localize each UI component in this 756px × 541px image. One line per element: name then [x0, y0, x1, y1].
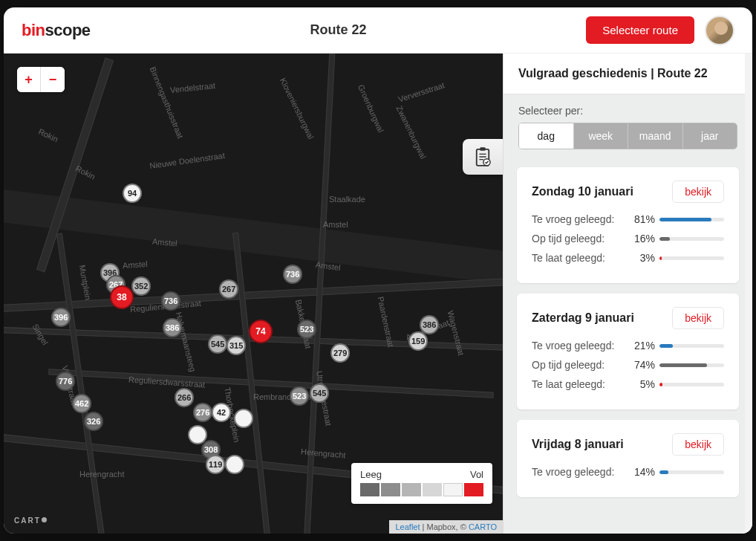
- avatar[interactable]: [705, 16, 734, 45]
- map-marker[interactable]: 94: [123, 184, 142, 203]
- scrollbar[interactable]: [745, 54, 752, 534]
- clipboard-check-icon: [475, 147, 491, 166]
- day-title: Zaterdag 9 januari: [532, 311, 634, 325]
- metric-value: 74%: [625, 359, 655, 371]
- legend-empty-label: Leeg: [360, 469, 382, 480]
- page-title: Route 22: [310, 22, 366, 38]
- street-label: Zwanenburgwal: [394, 104, 428, 160]
- metric-value: 21%: [625, 340, 655, 352]
- zoom-control: + −: [17, 67, 65, 92]
- segment-maand[interactable]: maand: [628, 123, 683, 149]
- day-title: Vrijdag 8 januari: [532, 438, 624, 451]
- street-label: Herengracht: [79, 470, 125, 479]
- view-button[interactable]: bekijk: [672, 181, 724, 203]
- clipboard-button[interactable]: [463, 139, 503, 175]
- filter-label: Selecteer per:: [518, 105, 737, 117]
- map-marker[interactable]: 279: [330, 343, 350, 363]
- metric-value: 81%: [625, 213, 655, 225]
- metric-value: 3%: [625, 252, 655, 264]
- street-label: Muntplein: [78, 264, 93, 300]
- map-marker[interactable]: 266: [175, 388, 194, 407]
- map-marker[interactable]: 326: [84, 412, 103, 431]
- metric-bar: [659, 363, 724, 367]
- metric-value: 16%: [625, 233, 655, 244]
- map-marker[interactable]: 74: [249, 320, 273, 343]
- map-marker[interactable]: 276: [193, 403, 212, 422]
- metric-label: Te vroeg geleegd:: [532, 466, 621, 478]
- svg-rect-1: [480, 147, 485, 151]
- map-marker[interactable]: 523: [290, 386, 309, 406]
- street-label: Verversstraat: [397, 80, 446, 103]
- map-marker[interactable]: 736: [283, 265, 302, 284]
- map-marker[interactable]: 396: [51, 308, 71, 327]
- day-card: Vrijdag 8 januaribekijkTe vroeg geleegd:…: [517, 420, 739, 497]
- street-label: Vendelstraat: [170, 81, 216, 94]
- street-label: Rokin: [74, 163, 97, 181]
- view-button[interactable]: bekijk: [672, 433, 724, 456]
- logo: binscope: [22, 21, 91, 40]
- street-label: Nieuwe Doelenstraat: [149, 151, 226, 170]
- map[interactable]: Rokin Rokin Amstel Amstel Amstel Amstel …: [4, 54, 503, 534]
- legend-full-label: Vol: [470, 469, 483, 480]
- day-card: Zondag 10 januaribekijkTe vroeg geleegd:…: [517, 167, 739, 283]
- street-label: Kloveniersburgwal: [278, 77, 316, 140]
- metric-label: Te vroeg geleegd:: [532, 213, 621, 225]
- day-title: Zondag 10 januari: [532, 185, 633, 198]
- street-label: Amstel: [123, 259, 148, 270]
- segment-week[interactable]: week: [574, 123, 629, 149]
- metric-bar: [659, 218, 724, 221]
- map-marker[interactable]: [225, 455, 244, 474]
- street-label: Binnengasthuisstraat: [149, 65, 186, 140]
- zoom-in-button[interactable]: +: [17, 67, 41, 92]
- metric-label: Op tijd geleegd:: [532, 359, 621, 371]
- street-label: Rokin: [37, 127, 60, 144]
- metric-label: Op tijd geleegd:: [532, 233, 621, 244]
- map-marker[interactable]: 386: [420, 315, 439, 334]
- street-label: Staalkade: [329, 195, 365, 204]
- day-card: Zaterdag 9 januaribekijkTe vroeg geleegd…: [517, 294, 739, 409]
- map-legend: Leeg Vol: [351, 463, 492, 504]
- map-marker[interactable]: 119: [206, 455, 225, 474]
- metric-bar: [659, 256, 724, 260]
- carto-logo: CART: [14, 516, 48, 525]
- map-attribution: Leaflet | Mapbox, © CARTO: [389, 520, 503, 534]
- leaflet-link[interactable]: Leaflet: [395, 522, 420, 531]
- metric-label: Te laat geleegd:: [532, 252, 621, 264]
- sidebar: Vulgraad geschiedenis | Route 22 Selecte…: [503, 54, 752, 534]
- map-marker[interactable]: 352: [131, 276, 151, 296]
- zoom-out-button[interactable]: −: [41, 67, 65, 92]
- select-route-button[interactable]: Selecteer route: [586, 16, 694, 44]
- segment-control: dag week maand jaar: [518, 123, 737, 149]
- metric-bar: [659, 344, 724, 348]
- metric-bar: [659, 470, 724, 474]
- metric-bar: [659, 383, 724, 386]
- street-label: Amstel: [152, 237, 178, 248]
- sidebar-title: Vulgraad geschiedenis | Route 22: [504, 54, 752, 94]
- carto-link[interactable]: CARTO: [469, 522, 497, 531]
- metric-label: Te laat geleegd:: [532, 378, 621, 390]
- map-marker[interactable]: 38: [110, 285, 134, 309]
- segment-jaar[interactable]: jaar: [683, 123, 737, 149]
- metric-value: 5%: [625, 378, 655, 390]
- street-label: Groenburgwal: [356, 83, 385, 134]
- street-label: Wagenstraat: [446, 309, 466, 356]
- view-button[interactable]: bekijk: [672, 307, 724, 329]
- map-marker[interactable]: 462: [72, 394, 91, 413]
- metric-label: Te vroeg geleegd:: [532, 340, 621, 352]
- map-marker[interactable]: 315: [227, 336, 246, 355]
- map-marker[interactable]: 159: [408, 331, 428, 351]
- segment-dag[interactable]: dag: [519, 123, 574, 149]
- map-marker[interactable]: 42: [212, 403, 231, 422]
- map-marker[interactable]: [234, 409, 253, 428]
- metric-bar: [659, 237, 724, 241]
- street-label: Amstel: [323, 220, 348, 229]
- map-marker[interactable]: 545: [208, 334, 227, 354]
- metric-value: 14%: [625, 466, 655, 478]
